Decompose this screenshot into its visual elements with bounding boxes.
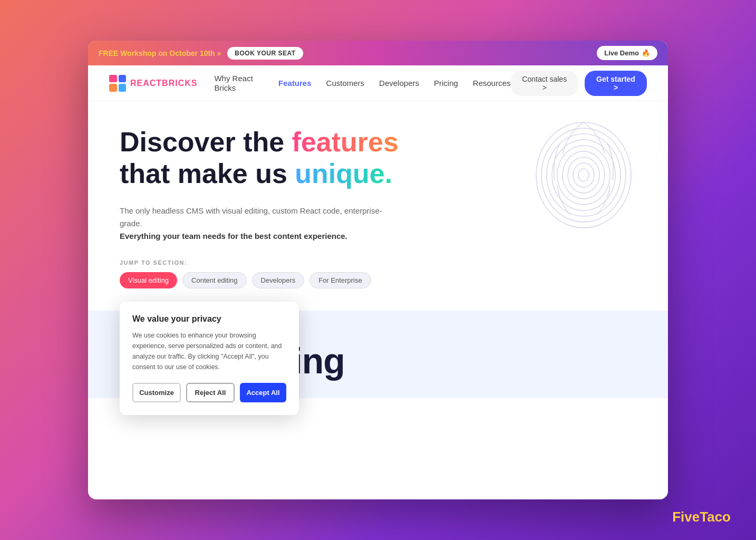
live-demo-emoji: 🔥 xyxy=(642,49,650,57)
hero-title: Discover the features that make us uniqu… xyxy=(120,127,425,190)
nav-item-pricing[interactable]: Pricing xyxy=(434,79,458,88)
cookie-modal: We value your privacy We use cookies to … xyxy=(120,302,299,415)
jump-label: JUMP TO SECTION: xyxy=(120,259,636,266)
logo-icon xyxy=(109,75,126,92)
accept-all-button[interactable]: Accept All xyxy=(240,383,286,402)
fingerprint-illustration xyxy=(531,117,636,233)
jump-to-section: JUMP TO SECTION: Visual editing Content … xyxy=(120,259,636,288)
svg-point-6 xyxy=(568,157,599,193)
top-banner: FREE Workshop on October 10th » BOOK YOU… xyxy=(88,41,668,65)
navbar: REACTBRICKS Why React Bricks Features Cu… xyxy=(88,65,668,101)
pill-enterprise[interactable]: For Enterprise xyxy=(309,272,371,288)
customize-button[interactable]: Customize xyxy=(132,383,181,402)
logo-react: REACT xyxy=(130,79,162,88)
svg-point-2 xyxy=(547,134,621,216)
nav-item-customers[interactable]: Customers xyxy=(326,79,365,88)
main-content: Discover the features that make us uniqu… xyxy=(88,101,668,499)
logo[interactable]: REACTBRICKS xyxy=(109,75,197,92)
pill-developers[interactable]: Developers xyxy=(252,272,305,288)
svg-point-8 xyxy=(578,169,589,181)
svg-point-3 xyxy=(552,140,615,210)
hero-title-unique: unique. xyxy=(295,158,392,189)
live-demo-button[interactable]: Live Demo 🔥 xyxy=(597,46,657,60)
hero-title-part2: that make us xyxy=(120,158,295,189)
hero-subtitle: The only headless CMS with visual editin… xyxy=(120,205,394,243)
fivetaco-text: Five xyxy=(672,509,700,525)
banner-prefix: FREE Workshop on xyxy=(99,49,169,57)
nav-link-developers[interactable]: Developers xyxy=(379,79,419,88)
cookie-buttons: Customize Reject All Accept All xyxy=(132,383,286,402)
section-pills: Visual editing Content editing Developer… xyxy=(120,272,636,288)
cookie-text: We use cookies to enhance your browsing … xyxy=(132,330,286,372)
logo-text: REACTBRICKS xyxy=(130,79,197,88)
nav-item-developers[interactable]: Developers xyxy=(379,79,419,88)
cookie-title: We value your privacy xyxy=(132,314,286,324)
svg-point-5 xyxy=(563,151,605,199)
get-started-button[interactable]: Get started > xyxy=(585,71,647,96)
nav-link-features[interactable]: Features xyxy=(278,79,312,88)
nav-item-resources[interactable]: Resources xyxy=(473,79,511,88)
svg-point-0 xyxy=(536,122,631,228)
nav-right: Contact sales > Get started > xyxy=(511,71,647,96)
contact-sales-button[interactable]: Contact sales > xyxy=(511,71,578,96)
nav-link-customers[interactable]: Customers xyxy=(326,79,365,88)
svg-point-7 xyxy=(573,163,594,187)
hero-title-part1: Discover the xyxy=(120,127,292,157)
fivetaco-taco: Taco xyxy=(700,509,731,525)
banner-highlight: October 10th » xyxy=(169,49,221,57)
logo-bricks: BRICKS xyxy=(162,79,197,88)
hero-subtitle-text: The only headless CMS with visual editin… xyxy=(120,206,382,228)
nav-link-pricing[interactable]: Pricing xyxy=(434,79,458,88)
book-seat-button[interactable]: BOOK YOUR SEAT xyxy=(227,47,303,60)
reject-all-button[interactable]: Reject All xyxy=(186,383,235,402)
banner-text: FREE Workshop on October 10th » xyxy=(99,49,221,57)
nav-link-why[interactable]: Why React Bricks xyxy=(214,74,253,92)
nav-item-why[interactable]: Why React Bricks xyxy=(214,74,264,93)
fivetaco-brand: FiveTaco xyxy=(672,509,731,525)
pill-visual-editing[interactable]: Visual editing xyxy=(120,272,177,288)
browser-window: FREE Workshop on October 10th » BOOK YOU… xyxy=(88,41,668,499)
nav-item-features[interactable]: Features xyxy=(278,79,312,88)
nav-left: REACTBRICKS Why React Bricks Features Cu… xyxy=(109,74,511,93)
pill-content-editing[interactable]: Content editing xyxy=(182,272,246,288)
svg-point-4 xyxy=(557,146,610,205)
banner-left: FREE Workshop on October 10th » BOOK YOU… xyxy=(99,47,303,60)
live-demo-label: Live Demo xyxy=(604,49,639,57)
nav-links: Why React Bricks Features Customers Deve… xyxy=(214,74,510,93)
nav-link-resources[interactable]: Resources xyxy=(473,79,511,88)
hero-subtitle-bold: Everything your team needs for the best … xyxy=(120,232,347,240)
hero-title-features: features xyxy=(292,127,399,157)
